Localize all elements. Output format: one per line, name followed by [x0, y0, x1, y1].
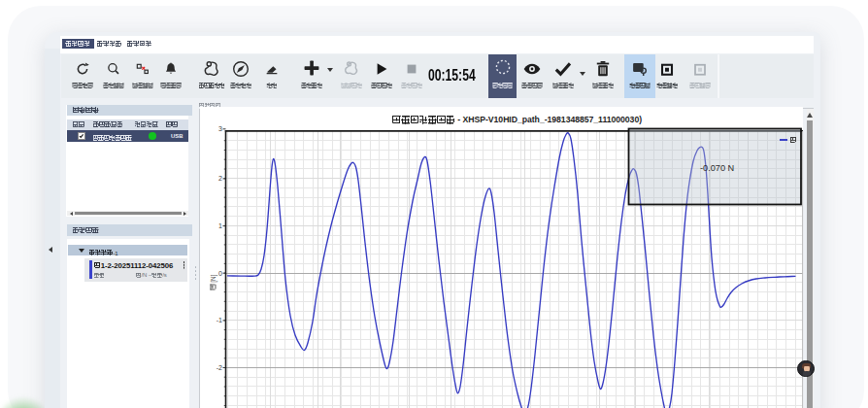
svg-text:1: 1 [218, 222, 222, 229]
svg-text:2: 2 [218, 175, 222, 182]
svg-text:-1: -1 [217, 317, 222, 323]
svg-text:-2: -2 [217, 364, 222, 371]
svg-text:3: 3 [218, 125, 222, 132]
svg-text:-0.070 N: -0.070 N [700, 163, 734, 173]
svg-text:0: 0 [218, 270, 222, 277]
